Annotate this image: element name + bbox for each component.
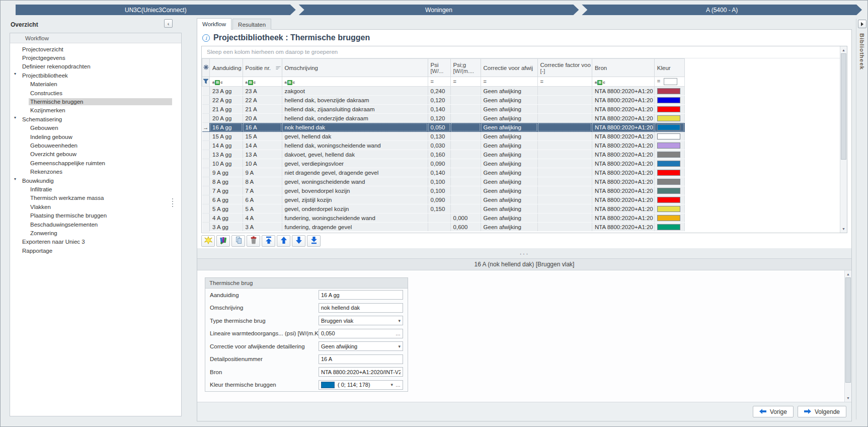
tab-workflow[interactable]: Workflow <box>197 18 231 30</box>
sidebar-item-thermische-bruggen[interactable]: Thermische bruggen <box>10 97 181 106</box>
scroll-down-icon[interactable]: ▼ <box>840 226 847 232</box>
filter-cell-omschrijving[interactable]: aBc <box>282 77 428 87</box>
sidebar-item-definieer-rekenopdrachten[interactable]: Definieer rekenopdrachten <box>10 62 181 71</box>
chevron-down-icon[interactable]: ▾ <box>398 344 401 349</box>
ellipsis-button[interactable]: … <box>396 331 401 336</box>
column-header-bron[interactable]: Bron <box>592 59 654 77</box>
detail-vertical-scrollbar[interactable]: ▲ ▼ <box>844 270 851 402</box>
field-kleur-thermische-bruggen[interactable]: ( 0; 114; 178)▾… <box>319 380 403 390</box>
tab-resultaten[interactable]: Resultaten <box>232 19 271 30</box>
filter-cell-kleur[interactable]: = <box>654 77 684 87</box>
ellipsis-button[interactable]: … <box>396 382 401 388</box>
field-type-thermische-brug[interactable]: Bruggen vlak▾ <box>319 316 403 325</box>
table-row[interactable]: 9 A gg9 Aniet dragende gevel, dragende g… <box>202 168 685 177</box>
table-row[interactable]: 20 A gg20 Ahellend dak, onderzijde dakra… <box>202 114 685 123</box>
sidebar-item-projectgegevens[interactable]: Projectgegevens <box>10 53 181 62</box>
sidebar-item-gebouwen[interactable]: Gebouwen <box>10 124 181 132</box>
sidebar-item-plaatsing-thermische-bruggen[interactable]: Plaatsing thermische bruggen <box>10 211 181 220</box>
grid-scroll-thumb[interactable] <box>841 53 846 160</box>
library-tab[interactable]: Bibliotheek <box>859 33 865 70</box>
caret-down-icon[interactable]: ▾ <box>14 177 16 181</box>
scroll-up-icon[interactable]: ▲ <box>845 271 851 277</box>
table-row[interactable]: 7 A gg7 Agevel, bovendorpel kozijn0,100G… <box>202 186 685 195</box>
table-row[interactable]: 10 A gg10 Agevel, verdiepingsvloer0,090G… <box>202 159 685 168</box>
field-correctie-voor-afwijkende-detaillering[interactable]: Geen afwijking▾ <box>319 341 403 351</box>
table-row[interactable]: 21 A gg21 Ahellend dak, zijaansluiting d… <box>202 105 685 114</box>
sidebar-item-schematisering[interactable]: ▾Schematisering <box>10 115 181 123</box>
sidebar-splitter-grip[interactable] <box>170 195 175 210</box>
breadcrumb-item-a-5400-a[interactable]: A (5400 - A) <box>582 5 862 15</box>
breadcrumb-item-woningen[interactable]: Woningen <box>299 5 579 15</box>
scroll-down-icon[interactable]: ▼ <box>845 395 851 401</box>
horizontal-splitter[interactable]: ··· <box>197 248 851 258</box>
filter-cell-correctie-voor-afwij[interactable]: = <box>481 77 537 87</box>
field-omschrijving[interactable]: nok hellend dak <box>319 303 403 313</box>
table-row[interactable]: 8 A gg8 Agevel, woningscheidende wand0,1… <box>202 177 685 186</box>
filter-cell-positie-nr[interactable]: aBc <box>243 77 282 87</box>
sidebar-item-beschaduwingselementen[interactable]: Beschaduwingselementen <box>10 220 181 229</box>
sidebar-collapse-button[interactable]: ‹ <box>164 19 173 28</box>
breadcrumb-item-un3c-uniec3connect[interactable]: UN3C(Uniec3Connect) <box>16 5 296 15</box>
field-aanduiding[interactable]: 16 A gg <box>319 290 403 300</box>
table-row[interactable]: 15 A gg15 Agevel, hellend dak0,130Geen a… <box>202 132 685 141</box>
toolbar-move-first-button[interactable] <box>262 235 275 247</box>
column-header-kleur[interactable]: Kleur <box>654 59 684 77</box>
next-button[interactable]: Volgende <box>798 406 846 417</box>
column-header-correctie-factor-voo[interactable]: Correctie factor voo[-] <box>537 59 592 77</box>
toolbar-delete-button[interactable] <box>247 235 260 247</box>
sidebar-item-gemeenschappelijke-ruimten[interactable]: Gemeenschappelijke ruimten <box>10 159 181 167</box>
toolbar-add-from-library-button[interactable] <box>216 235 230 247</box>
info-icon[interactable]: i <box>202 34 210 42</box>
sidebar-item-zonwering[interactable]: Zonwering <box>10 229 181 237</box>
sidebar-item-projectbibliotheek[interactable]: ▾Projectbibliotheek <box>10 71 181 80</box>
column-header-positie-nr[interactable]: Positie nr. <box>243 59 282 77</box>
sidebar-item-bouwkundig[interactable]: ▾Bouwkundig <box>10 176 181 185</box>
sidebar-item-rekenzones[interactable]: Rekenzones <box>10 167 181 176</box>
expand-library-button[interactable] <box>858 20 866 28</box>
sidebar-item-overzicht-gebouw[interactable]: Overzicht gebouw <box>10 150 181 159</box>
table-row[interactable]: →16 A gg16 Anok hellend dak0,050Geen afw… <box>202 123 685 132</box>
filter-cell-aanduiding[interactable]: aBc <box>210 77 243 87</box>
table-row[interactable]: 22 A gg22 Ahellend dak, bovenzijde dakra… <box>202 96 685 105</box>
sidebar-item-vlakken[interactable]: Vlakken <box>10 202 181 211</box>
scroll-up-icon[interactable]: ▲ <box>840 47 847 53</box>
sidebar-item-kozijnmerken[interactable]: Kozijnmerken <box>10 106 181 115</box>
filter-cell-correctie-factor-voo[interactable]: = <box>537 77 592 87</box>
column-header-omschrijving[interactable]: Omschrijving <box>282 59 428 77</box>
table-row[interactable]: 5 A gg5 Agevel, onderdorpel kozijn0,150G… <box>202 204 685 214</box>
filter-cell-psi[interactable]: = <box>428 77 450 87</box>
table-row[interactable]: 6 A gg6 Agevel, zijstijl kozijn0,090Geen… <box>202 195 685 204</box>
color-filter-box[interactable] <box>664 78 677 85</box>
sidebar-item-gebouweenheden[interactable]: Gebouweenheden <box>10 141 181 150</box>
chevron-down-icon[interactable]: ▾ <box>390 382 393 387</box>
caret-down-icon[interactable]: ▾ <box>14 115 16 120</box>
chevron-down-icon[interactable]: ▾ <box>398 318 401 323</box>
sidebar-item-materialen[interactable]: Materialen <box>10 80 181 89</box>
grid-vertical-scrollbar[interactable]: ▲ ▼ <box>840 46 847 233</box>
column-header-psi[interactable]: Psi[W/... <box>428 59 450 77</box>
column-header-correctie-voor-afwij[interactable]: Correctie voor afwij <box>481 59 537 77</box>
column-header-psi-g[interactable]: Psi;g[W/(m.... <box>450 59 481 77</box>
table-row[interactable]: 23 A gg23 Azakgoot0,240Geen afwijkingNTA… <box>202 87 685 96</box>
toolbar-new-button[interactable] <box>201 235 215 247</box>
filter-cell-psi-g[interactable]: = <box>450 77 481 87</box>
sidebar-item-rapportage[interactable]: Rapportage <box>10 246 181 255</box>
sidebar-item-thermisch-werkzame-massa[interactable]: Thermisch werkzame massa <box>10 194 181 202</box>
toolbar-move-down-button[interactable] <box>292 235 305 247</box>
field-bron[interactable]: NTA 8800:2020+A1:2020/INT-V2:2 <box>319 367 403 377</box>
table-row[interactable]: 3 A gg3 Afundering, dragende gevel0,600G… <box>202 223 685 232</box>
table-row[interactable]: 14 A gg14 Ahellend dak, woningscheidende… <box>202 141 685 150</box>
field-detailpositienummer[interactable]: 16 A <box>319 354 403 364</box>
sidebar-item-constructies[interactable]: Constructies <box>10 89 181 97</box>
filter-cell-bron[interactable]: aBc <box>592 77 654 87</box>
group-by-bar[interactable]: Sleep een kolom hierheen om daarop te gr… <box>202 46 847 58</box>
previous-button[interactable]: Vorige <box>753 406 794 417</box>
caret-down-icon[interactable]: ▾ <box>14 72 16 76</box>
table-row[interactable]: 13 A gg13 Adakvoet, gevel, hellend dak0,… <box>202 150 685 159</box>
sidebar-item-exporteren-naar-uniec-3[interactable]: Exporteren naar Uniec 3 <box>10 238 181 246</box>
column-header-aanduiding[interactable]: Aanduiding <box>210 59 243 77</box>
field-lineaire-warmtedoorgangs-psi-w-m-k[interactable]: 0,050… <box>319 329 403 338</box>
toolbar-move-up-button[interactable] <box>277 235 290 247</box>
toolbar-move-last-button[interactable] <box>307 235 321 247</box>
table-row[interactable]: 4 A gg4 Afundering, woningscheidende wan… <box>202 214 685 223</box>
